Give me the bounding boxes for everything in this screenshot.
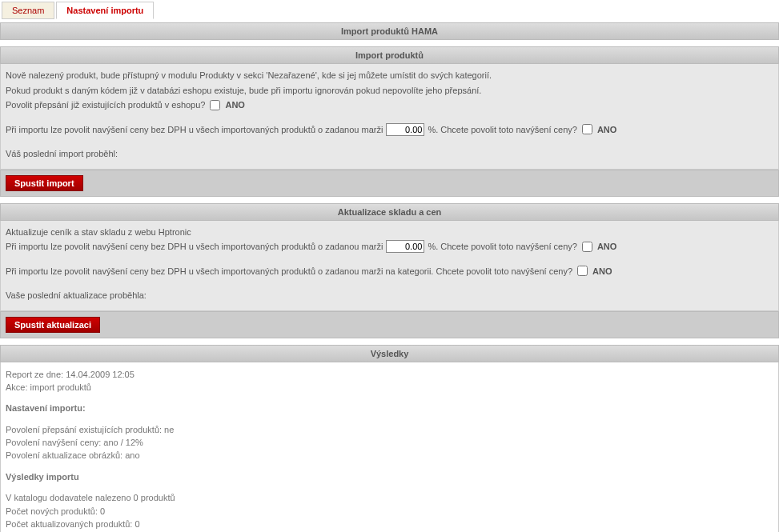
margin-checkbox[interactable] (582, 124, 592, 134)
overwrite-ano: ANO (225, 98, 244, 112)
tab-list[interactable]: Seznam (2, 2, 54, 19)
update-margin-cat-ano: ANO (592, 265, 612, 278)
result-r1: V katalogu dodavatele nalezeno 0 produkt… (6, 492, 773, 504)
update-margin-label-post: %. Chcete povolit toto navýšení ceny? (428, 240, 577, 254)
section-results-title: Výsledky (0, 345, 779, 362)
import-button-bar: Spustit import (0, 170, 779, 197)
overwrite-label: Povolit přepsání již existujících produk… (6, 98, 205, 112)
update-button-bar: Spustit aktualizaci (0, 311, 779, 338)
margin-label-post: %. Chcete povolit toto navýšení ceny? (428, 123, 577, 137)
page-title: Import produktů HAMA (0, 22, 779, 40)
result-r3: Počet aktualizovaných produktů: 0 (6, 518, 773, 530)
start-import-button[interactable]: Spustit import (6, 175, 83, 191)
margin-ano: ANO (597, 123, 616, 137)
section-results-body: Report ze dne: 14.04.2009 12:05 Akce: im… (0, 362, 779, 533)
section-import-title: Import produktů (0, 46, 779, 64)
result-settings-heading: Nastavení importu: (6, 402, 773, 414)
update-margin-label-pre: Při importu lze povolit navýšení ceny be… (6, 240, 383, 254)
section-import-body: Nově nalezený produkt, bude přístupný v … (0, 64, 779, 170)
result-s3: Povolení aktualizace obrázků: ano (6, 450, 773, 462)
result-report-date: Report ze dne: 14.04.2009 12:05 (6, 369, 773, 381)
result-r2: Počet nových produktů: 0 (6, 506, 773, 518)
import-info-line2: Pokud produkt s daným kódem již v databá… (6, 84, 773, 98)
overwrite-checkbox[interactable] (210, 100, 220, 110)
last-update-label: Vaše poslední aktualizace proběhla: (6, 289, 773, 302)
update-margin-checkbox[interactable] (582, 242, 592, 252)
result-results-heading: Výsledky importu (6, 471, 773, 483)
margin-input[interactable] (386, 123, 424, 136)
import-info-line1: Nově nalezený produkt, bude přístupný v … (6, 69, 773, 82)
result-s1: Povolení přepsání existujících produktů:… (6, 424, 773, 436)
last-import-label: Váš poslední import proběhl: (6, 147, 773, 161)
section-update-title: Aktualizace skladu a cen (0, 203, 779, 221)
tab-settings[interactable]: Nastavení importu (56, 2, 154, 19)
margin-label-pre: Při importu lze povolit navýšení ceny be… (6, 123, 383, 137)
update-info-line1: Aktualizuje ceník a stav skladu z webu H… (6, 226, 773, 239)
update-margin-ano: ANO (597, 240, 616, 254)
result-action: Akce: import produktů (6, 382, 773, 394)
update-margin-cat-label: Při importu lze povolit navýšení ceny be… (6, 265, 572, 278)
result-s2: Povolení navýšení ceny: ano / 12% (6, 437, 773, 449)
section-update-body: Aktualizuje ceník a stav skladu z webu H… (0, 221, 779, 311)
update-margin-input[interactable] (386, 240, 424, 253)
update-margin-cat-checkbox[interactable] (577, 266, 588, 276)
tabs: Seznam Nastavení importu (0, 0, 779, 19)
start-update-button[interactable]: Spustit aktualizaci (6, 317, 100, 333)
